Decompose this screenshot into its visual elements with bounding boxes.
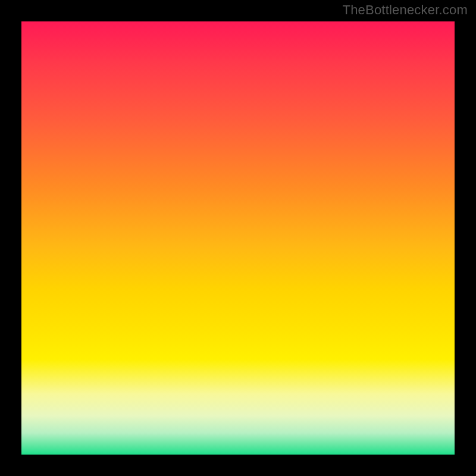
plot-area: [21, 21, 455, 455]
heat-gradient-background: [21, 21, 455, 455]
watermark-label: TheBottlenecker.com: [343, 2, 468, 18]
chart-container: TheBottlenecker.com: [0, 0, 476, 476]
